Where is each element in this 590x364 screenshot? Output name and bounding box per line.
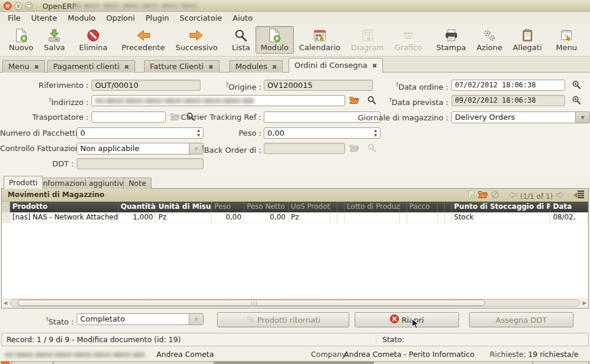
mouse-cursor — [411, 318, 420, 333]
column-header-quantita[interactable]: Quantità — [119, 202, 156, 212]
requests-label: Richieste: — [490, 350, 526, 359]
column-header-spacer — [438, 202, 445, 212]
toolbar-button-label: Diagram — [351, 43, 384, 52]
tab-label: Pagamenti clienti — [53, 62, 120, 71]
zoom-plus-icon[interactable] — [572, 80, 581, 92]
menu-utente[interactable]: Utente — [26, 12, 63, 24]
column-header-punto-stoccaggio[interactable]: Punto di Stoccaggio di Provenienza — [452, 202, 551, 212]
column-header-data[interactable]: Data — [550, 202, 588, 212]
redacted-title-text — [72, 4, 199, 8]
scrollbar-thumb[interactable] — [18, 300, 485, 306]
button-label: Assegna DDT — [496, 316, 547, 324]
tab-close-icon[interactable]: ✖ — [124, 64, 129, 70]
menu-scorciatoie[interactable]: Scorciatoie — [174, 12, 227, 24]
spinner-arrows-icon[interactable]: ▲▼ — [195, 128, 202, 138]
toolbar-button-modulo[interactable]: Modulo — [255, 26, 294, 54]
menu-file[interactable]: File — [2, 12, 26, 24]
toolbar-button-salva[interactable]: Salva — [39, 26, 71, 54]
window-close-icon[interactable]: × — [4, 2, 12, 10]
spinner-arrows-icon[interactable]: ▲▼ — [372, 128, 379, 138]
numero-pacchetti-stepper[interactable]: 0 ▲▼ — [77, 127, 204, 139]
toolbar-button-azione[interactable]: Azione — [471, 26, 508, 54]
menu-modulo[interactable]: Modulo — [63, 12, 101, 24]
taskbar-window-button[interactable] — [12, 361, 53, 364]
taskbar-window-button-active[interactable] — [214, 361, 373, 364]
spin-up-icon[interactable]: ▲ — [197, 128, 200, 132]
scrollbar-trough[interactable] — [10, 299, 580, 307]
toolbar-button-precedente[interactable]: Precedente — [116, 26, 170, 54]
indirizzo-field[interactable] — [91, 95, 345, 106]
window-minimize-icon[interactable]: ∨ — [14, 2, 22, 10]
taskbar-window-button[interactable] — [373, 361, 533, 364]
toolbar-button-allegati[interactable]: Allegati — [507, 26, 547, 54]
delivery-order-form: Riferimento : OUT/00010 ?Origine : OV120… — [0, 73, 590, 176]
tab-close-icon[interactable]: ✖ — [372, 63, 377, 69]
horizontal-scrollbar[interactable]: ◀ ▶ — [2, 298, 588, 308]
stato-label-text: Stato : — [48, 317, 74, 326]
taskbar-launcher-icon[interactable] — [1, 361, 9, 364]
notebook-tab-informazioni[interactable]: Informazioni aggiuntive — [35, 178, 133, 189]
open-folder-icon[interactable] — [349, 96, 359, 107]
back-order-field — [264, 143, 345, 154]
trasportatore-field[interactable] — [91, 112, 166, 123]
data-ordine-field[interactable]: 07/02/2012 18:06:38 — [451, 80, 565, 91]
giornale-combo[interactable]: Delivery Orders ▼ — [451, 112, 590, 123]
menu-aiuto[interactable]: Aiuto — [227, 12, 258, 24]
window-maximize-icon[interactable]: □ — [25, 2, 33, 10]
tab-fatture-clienti[interactable]: Fatture Clienti✖ — [144, 60, 219, 73]
spin-down-icon[interactable]: ▼ — [197, 133, 200, 137]
assegna-ddt-button[interactable]: Assegna DDT — [469, 312, 573, 327]
data-prevista-label-text: Data prevista : — [392, 98, 448, 107]
tab-close-icon[interactable]: ✖ — [208, 64, 213, 70]
menu-plugin[interactable]: Plugin — [140, 12, 175, 24]
taskbar-window-button[interactable] — [533, 361, 589, 364]
toolbar-button-nuovo[interactable]: Nuovo — [4, 26, 39, 54]
toolbar-button-stampa[interactable]: Stampa — [431, 26, 471, 54]
toolbar-button-lista[interactable]: Lista — [227, 26, 255, 54]
scroll-left-icon[interactable]: ◀ — [4, 299, 7, 307]
cell-unita: Pz — [156, 212, 212, 223]
list-open-folder-icon[interactable] — [478, 190, 488, 203]
new-document-icon — [15, 28, 28, 43]
column-header-peso-netto[interactable]: Peso Netto — [244, 202, 289, 212]
tab-pagamenti-clienti[interactable]: Pagamenti clienti✖ — [47, 60, 135, 73]
column-header-uos[interactable]: UoS Prodotto — [289, 202, 330, 212]
tab-modules[interactable]: Modules✖ — [230, 60, 283, 73]
toolbar-button-ricarica[interactable]: Ricarica — [586, 26, 590, 54]
column-header-unita[interactable]: Unità di Misura — [156, 202, 212, 212]
chevron-down-icon[interactable]: ▼ — [575, 112, 589, 123]
peso-stepper[interactable]: 0,00 ▲▼ — [264, 127, 381, 139]
peso-label: Peso : — [224, 127, 261, 139]
notebook-tab-prodotti[interactable]: Prodotti — [4, 176, 43, 189]
scroll-right-icon[interactable]: ▶ — [583, 299, 586, 307]
taskbar-window-button[interactable] — [53, 361, 214, 364]
riapri-button[interactable]: Riapri — [355, 312, 459, 327]
record-status-text: Record: 1 / 9 di 9 - Modifica documento … — [6, 335, 181, 345]
column-header-peso[interactable]: Peso — [212, 202, 244, 212]
company-value: Andrea Cometa - Perito Informatico — [344, 350, 474, 359]
cell-lotto — [345, 212, 400, 223]
toolbar-button-menu[interactable]: Menu — [550, 26, 582, 54]
tab-ordini-di-consegna[interactable]: Ordini di Consegna✖ — [289, 58, 383, 73]
notebook-tab-note[interactable]: Note — [123, 178, 152, 189]
column-header-pacco[interactable]: Pacco — [407, 202, 438, 212]
toolbar-button-label: Calendario — [299, 43, 340, 52]
toolbar-button-elimina[interactable]: Elimina — [74, 26, 113, 54]
spin-down-icon[interactable]: ▼ — [374, 133, 377, 137]
column-header-prodotto[interactable]: Prodotto — [10, 202, 119, 212]
toolbar-button-calendario[interactable]: Calendario — [294, 26, 346, 54]
toolbar-button-label: Azione — [477, 43, 503, 52]
zoom-plus-icon[interactable] — [572, 96, 581, 107]
tab-close-icon[interactable]: ✖ — [34, 64, 39, 70]
button-label: Prodotti ritornati — [257, 316, 320, 324]
toolbar-button-successivo[interactable]: Successivo — [170, 26, 223, 54]
spin-up-icon[interactable]: ▲ — [374, 128, 377, 132]
numero-pacchetti-value: 0 — [80, 128, 85, 138]
column-header-lotto[interactable]: Lotto di Produzione — [345, 202, 400, 212]
table-row[interactable]: [nas] NAS - Network Attached Storage 1,0… — [2, 212, 588, 223]
switch-view-icon[interactable] — [573, 190, 585, 203]
tab-menu[interactable]: Menu✖ — [2, 60, 45, 73]
back-order-label: ?Back Order di : — [201, 143, 261, 156]
tab-close-icon[interactable]: ✖ — [272, 64, 277, 70]
menu-opzioni[interactable]: Opzioni — [101, 12, 140, 24]
